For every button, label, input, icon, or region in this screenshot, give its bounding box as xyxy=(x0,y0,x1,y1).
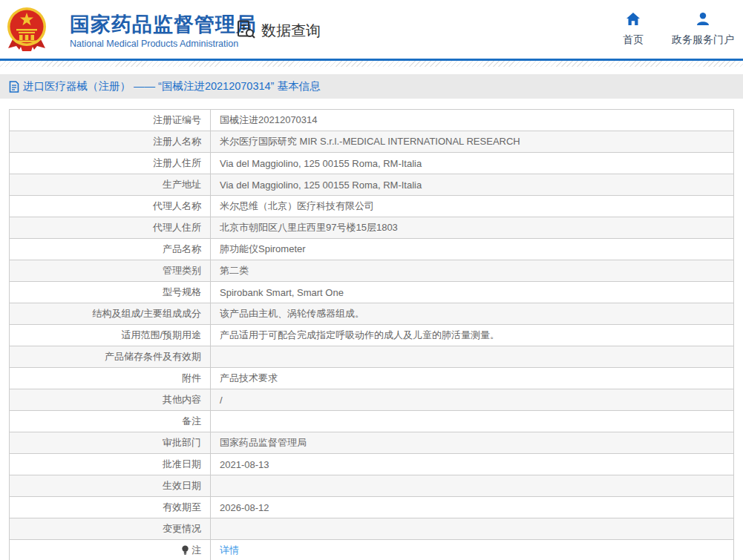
table-row: 注册人住所 Via del Maggiolino, 125 00155 Roma… xyxy=(10,153,734,174)
row-value-cell: 2026-08-12 xyxy=(211,497,734,518)
row-label: 附件 xyxy=(182,372,201,385)
row-label: 其他内容 xyxy=(163,393,201,406)
row-label-cell: 生产地址 xyxy=(10,174,211,196)
row-value: 米尔思维（北京）医疗科技有限公司 xyxy=(220,200,374,211)
row-value: Via del Maggiolino, 125 00155 Roma, RM-I… xyxy=(220,158,422,169)
row-value-cell: 2021-08-13 xyxy=(211,454,734,475)
row-value-cell: Via del Maggiolino, 125 00155 Roma, RM-I… xyxy=(211,174,734,196)
table-row: 生产地址 Via del Maggiolino, 125 00155 Roma,… xyxy=(10,174,734,196)
row-value-cell: Spirobank Smart, Smart One xyxy=(211,282,734,303)
org-name-cn: 国家药品监督管理局 xyxy=(70,13,257,36)
registration-info-table: 注册证编号 国械注进20212070314 注册人名称 米尔医疗国际研究 MIR… xyxy=(9,109,734,560)
row-label-cell: 产品名称 xyxy=(10,239,211,260)
row-label-cell: 审批部门 xyxy=(10,432,211,454)
table-row: 产品名称 肺功能仪Spirometer xyxy=(10,239,734,260)
row-label-cell: 变更情况 xyxy=(10,518,211,540)
row-label-cell: 代理人住所 xyxy=(10,217,211,239)
row-value: 该产品由主机、涡轮传感器组成。 xyxy=(220,308,364,319)
row-label: 结构及组成/主要组成成分 xyxy=(92,307,201,320)
row-value-cell: 米尔思维（北京）医疗科技有限公司 xyxy=(211,196,734,217)
table-row: 型号规格 Spirobank Smart, Smart One xyxy=(10,282,734,303)
data-query-button[interactable]: 数据查询 xyxy=(236,19,321,42)
row-value-cell: 国家药品监督管理局 xyxy=(211,432,734,454)
row-label-cell: 有效期至 xyxy=(10,497,211,518)
data-query-label: 数据查询 xyxy=(261,21,321,41)
row-value: 肺功能仪Spirometer xyxy=(220,243,306,254)
table-row: 产品储存条件及有效期 xyxy=(10,346,734,368)
row-label-cell: 生效日期 xyxy=(10,475,211,497)
row-value: 2021-08-13 xyxy=(220,459,269,470)
row-value-cell: 产品适用于可配合完成指定呼吸动作的成人及儿童的肺活量测量。 xyxy=(211,325,734,346)
breadcrumb: 进口医疗器械（注册） —— “国械注进20212070314” 基本信息 xyxy=(0,74,743,99)
row-label: 注 xyxy=(192,544,201,557)
row-value: 北京市朝阳区八里庄西里97号楼15层1803 xyxy=(220,222,398,233)
row-value-cell: 米尔医疗国际研究 MIR S.r.l.-MEDICAL INTERNATIONA… xyxy=(211,131,734,153)
row-value: 产品技术要求 xyxy=(220,372,278,383)
row-label-cell: 其他内容 xyxy=(10,389,211,411)
table-row: 审批部门 国家药品监督管理局 xyxy=(10,432,734,454)
table-row: 代理人住所 北京市朝阳区八里庄西里97号楼15层1803 xyxy=(10,217,734,239)
details-link[interactable]: 详情 xyxy=(220,544,239,556)
row-value-cell: 详情 xyxy=(211,540,734,560)
row-value: Via del Maggiolino, 125 00155 Roma, RM-I… xyxy=(220,179,422,191)
row-label: 批准日期 xyxy=(163,458,201,471)
row-label: 有效期至 xyxy=(163,501,201,514)
table-row: 附件 产品技术要求 xyxy=(10,368,734,389)
row-value-cell: 产品技术要求 xyxy=(211,368,734,389)
row-label-cell: 注册证编号 xyxy=(10,110,211,131)
row-label: 代理人名称 xyxy=(153,200,201,213)
header-nav: 首页 政务服务门户 xyxy=(623,12,734,47)
table-row: 其他内容 / xyxy=(10,389,734,411)
row-value-cell: 肺功能仪Spirometer xyxy=(211,239,734,260)
row-value: 国械注进20212070314 xyxy=(220,114,318,125)
national-emblem-icon xyxy=(6,7,48,56)
row-label: 变更情况 xyxy=(163,522,201,536)
row-label: 管理类别 xyxy=(163,264,201,277)
row-value-cell: / xyxy=(211,389,734,411)
row-label: 生产地址 xyxy=(163,178,201,191)
table-row: 代理人名称 米尔思维（北京）医疗科技有限公司 xyxy=(10,196,734,217)
row-value: / xyxy=(220,395,223,406)
table-row: 批准日期 2021-08-13 xyxy=(10,454,734,475)
row-value: 2026-08-12 xyxy=(220,502,269,513)
home-icon xyxy=(626,12,641,29)
row-label-cell: 型号规格 xyxy=(10,282,211,303)
table-row: 备注 xyxy=(10,411,734,432)
row-value: 米尔医疗国际研究 MIR S.r.l.-MEDICAL INTERNATIONA… xyxy=(220,136,520,147)
row-value-cell xyxy=(211,411,734,432)
row-value-cell xyxy=(211,475,734,497)
document-icon xyxy=(9,81,19,93)
table-row: 管理类别 第二类 xyxy=(10,260,734,282)
hatch-divider xyxy=(0,61,743,67)
table-row: 注 详情 xyxy=(10,540,734,560)
row-label: 型号规格 xyxy=(163,286,201,299)
row-label-cell: 备注 xyxy=(10,411,211,432)
table-row: 注册证编号 国械注进20212070314 xyxy=(10,110,734,131)
row-value: 第二类 xyxy=(220,265,249,276)
row-value: Spirobank Smart, Smart One xyxy=(220,287,344,298)
nav-item-portal[interactable]: 政务服务门户 xyxy=(672,12,734,47)
row-label-cell: 注 xyxy=(10,540,211,560)
row-value-cell: 国械注进20212070314 xyxy=(211,110,734,131)
table-row: 有效期至 2026-08-12 xyxy=(10,497,734,518)
table-row: 结构及组成/主要组成成分 该产品由主机、涡轮传感器组成。 xyxy=(10,303,734,325)
site-logo[interactable]: 国家药品监督管理局 National Medical Products Admi… xyxy=(6,7,257,56)
row-value-cell: 北京市朝阳区八里庄西里97号楼15层1803 xyxy=(211,217,734,239)
row-label-cell: 注册人住所 xyxy=(10,153,211,174)
nav-item-home[interactable]: 首页 xyxy=(623,12,644,47)
row-label: 注册人住所 xyxy=(153,157,201,170)
table-row: 注册人名称 米尔医疗国际研究 MIR S.r.l.-MEDICAL INTERN… xyxy=(10,131,734,153)
row-label: 注册人名称 xyxy=(153,135,201,148)
row-value-cell: 该产品由主机、涡轮传感器组成。 xyxy=(211,303,734,325)
row-label-cell: 附件 xyxy=(10,368,211,389)
row-label-cell: 产品储存条件及有效期 xyxy=(10,346,211,368)
row-value: 国家药品监督管理局 xyxy=(220,437,307,448)
breadcrumb-text: 进口医疗器械（注册） —— “国械注进20212070314” 基本信息 xyxy=(23,79,320,93)
user-icon xyxy=(695,12,710,29)
nav-label-home: 首页 xyxy=(623,33,644,47)
bulb-icon xyxy=(181,545,189,555)
table-row: 生效日期 xyxy=(10,475,734,497)
row-label: 适用范围/预期用途 xyxy=(121,329,201,342)
row-label-cell: 批准日期 xyxy=(10,454,211,475)
row-value-cell xyxy=(211,518,734,540)
